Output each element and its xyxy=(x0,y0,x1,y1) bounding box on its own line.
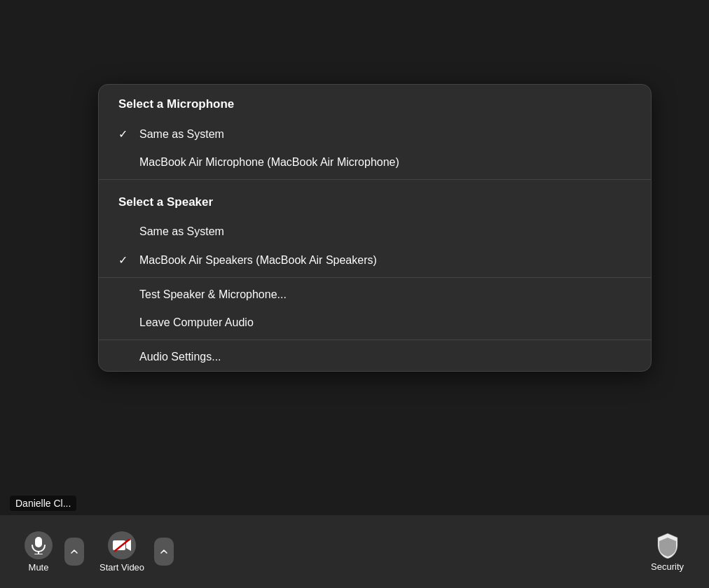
speaker-item-same-as-system[interactable]: Same as System xyxy=(99,218,651,246)
speaker-item-macbook[interactable]: ✓ MacBook Air Speakers (MacBook Air Spea… xyxy=(99,246,651,274)
leave-computer-audio-label: Leave Computer Audio xyxy=(139,316,254,329)
participant-label: Danielle Cl... xyxy=(10,496,76,511)
svg-rect-3 xyxy=(113,540,125,550)
microphone-section: Select a Microphone ✓ Same as System Mac… xyxy=(99,85,651,176)
section-divider-1 xyxy=(99,179,651,180)
security-button[interactable]: Security xyxy=(640,526,695,578)
participant-name: Danielle Cl... xyxy=(15,498,71,509)
start-video-label: Start Video xyxy=(99,562,144,573)
security-shield-icon xyxy=(655,532,680,559)
microphone-item-label: Same as System xyxy=(139,128,224,141)
start-video-button[interactable]: Start Video xyxy=(91,526,153,578)
microphone-item-macbook-label: MacBook Air Microphone (MacBook Air Micr… xyxy=(139,156,399,169)
mute-button[interactable]: Mute xyxy=(14,526,63,578)
leave-computer-audio-item[interactable]: Leave Computer Audio xyxy=(99,309,651,337)
microphone-icon xyxy=(31,536,46,554)
audio-settings-label: Audio Settings... xyxy=(139,351,221,363)
test-speaker-mic-label: Test Speaker & Microphone... xyxy=(139,288,287,301)
audio-settings-item[interactable]: Audio Settings... xyxy=(99,343,651,371)
check-icon-2: ✓ xyxy=(118,253,132,267)
speaker-section: Select a Speaker Same as System ✓ MacBoo… xyxy=(99,183,651,274)
speaker-section-title: Select a Speaker xyxy=(99,183,651,218)
svg-rect-0 xyxy=(35,537,42,547)
microphone-section-title: Select a Microphone xyxy=(99,85,651,120)
check-icon: ✓ xyxy=(118,127,132,141)
video-chevron-button[interactable] xyxy=(154,538,174,566)
mute-label: Mute xyxy=(29,562,49,573)
chevron-up-icon-2 xyxy=(160,550,167,554)
settings-section: Audio Settings... xyxy=(99,343,651,371)
audio-dropdown-menu: Select a Microphone ✓ Same as System Mac… xyxy=(98,84,652,372)
microphone-item-macbook[interactable]: MacBook Air Microphone (MacBook Air Micr… xyxy=(99,148,651,176)
video-icon-wrap xyxy=(108,531,136,559)
mute-button-group: Mute xyxy=(14,526,84,578)
speaker-item-macbook-label: MacBook Air Speakers (MacBook Air Speake… xyxy=(139,254,377,267)
camera-off-icon xyxy=(112,538,132,552)
test-speaker-mic-item[interactable]: Test Speaker & Microphone... xyxy=(99,281,651,309)
section-divider-2 xyxy=(99,277,651,278)
chevron-up-icon xyxy=(71,550,78,554)
toolbar: Mute Start Video xyxy=(0,515,709,588)
video-button-group: Start Video xyxy=(91,526,174,578)
microphone-item-same-as-system[interactable]: ✓ Same as System xyxy=(99,120,651,148)
action-section: Test Speaker & Microphone... Leave Compu… xyxy=(99,281,651,337)
mute-icon-wrap xyxy=(25,531,53,559)
speaker-item-same-label: Same as System xyxy=(139,225,224,238)
security-label: Security xyxy=(651,561,684,572)
section-divider-3 xyxy=(99,340,651,340)
mute-chevron-button[interactable] xyxy=(64,538,84,566)
